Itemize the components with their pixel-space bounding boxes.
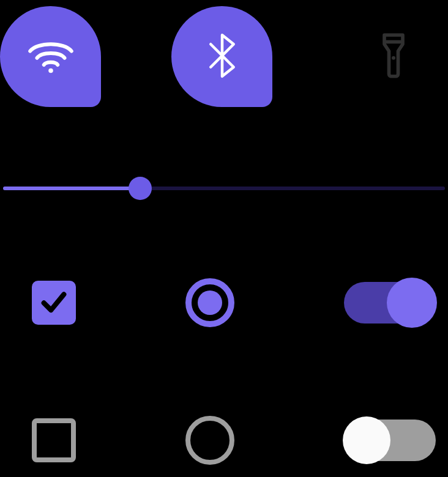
radio-selected[interactable] xyxy=(185,278,234,327)
controls-row-inactive xyxy=(0,416,448,465)
svg-point-0 xyxy=(48,68,53,73)
checkbox-checked[interactable] xyxy=(32,281,76,325)
toggle-thumb xyxy=(343,416,390,464)
bluetooth-tile[interactable] xyxy=(171,6,272,107)
check-icon xyxy=(37,284,71,321)
brightness-slider[interactable] xyxy=(3,187,445,190)
quick-tiles-row xyxy=(0,0,448,107)
radio-unselected[interactable] xyxy=(185,416,234,465)
svg-point-2 xyxy=(392,56,395,59)
flashlight-tile[interactable] xyxy=(343,6,444,107)
wifi-tile[interactable] xyxy=(0,6,101,107)
bluetooth-icon xyxy=(195,28,250,86)
checkbox-unchecked[interactable] xyxy=(32,418,76,462)
toggle-off[interactable] xyxy=(344,420,436,461)
toggle-on[interactable] xyxy=(344,282,436,324)
toggle-thumb xyxy=(387,278,437,328)
slider-thumb[interactable] xyxy=(129,177,152,200)
flashlight-icon xyxy=(366,28,421,86)
controls-row-active xyxy=(0,278,448,327)
wifi-icon xyxy=(23,28,78,86)
slider-track xyxy=(3,187,445,190)
slider-fill xyxy=(3,187,140,190)
